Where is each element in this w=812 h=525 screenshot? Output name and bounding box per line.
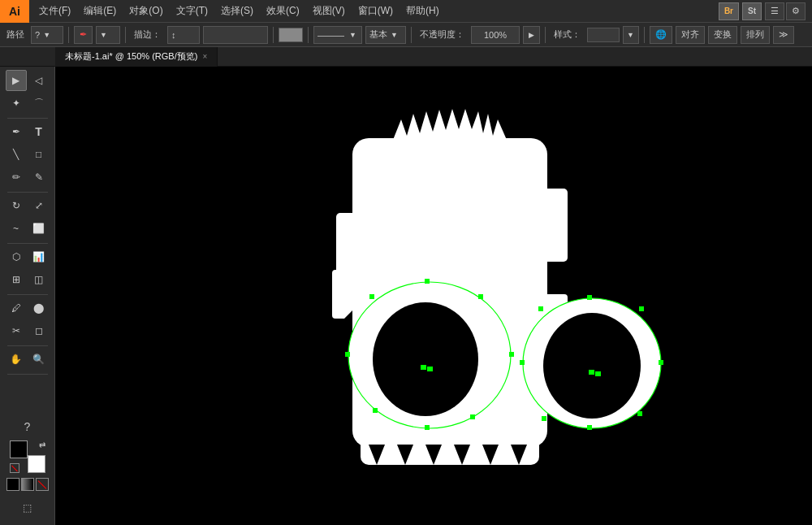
more-btn[interactable]: ≫ (773, 26, 794, 44)
tab-close-btn[interactable]: × (202, 52, 207, 61)
line-type-dropdown[interactable]: 基本 ▼ (365, 26, 406, 44)
tab-title: 未标题-1.ai* @ 150% (RGB/预览) (65, 50, 197, 63)
swap-icon[interactable]: ⇄ (39, 440, 45, 449)
align-btn[interactable]: 对齐 (676, 26, 705, 44)
scissors-tool[interactable]: ✂ (6, 320, 27, 341)
options-toolbar: 路径 ?▼ ✒ ▼ 描边： ↕ ———▼ 基本 ▼ 不透明度： 100% ▶ 样… (0, 23, 812, 47)
svg-rect-30 (478, 294, 483, 299)
stroke-type-dropdown[interactable] (203, 26, 268, 44)
question-tool[interactable]: ? (17, 416, 38, 437)
pencil-tool[interactable]: ✎ (28, 167, 50, 188)
fill-color-swatch[interactable] (279, 28, 303, 42)
direct-select-tool[interactable]: ◁ (28, 70, 50, 91)
path-type-dropdown[interactable]: ?▼ (31, 26, 63, 44)
svg-rect-33 (470, 414, 475, 419)
sep2 (125, 27, 126, 43)
stock-btn[interactable]: St (742, 2, 762, 20)
warp-tool[interactable]: ~ (6, 218, 27, 239)
free-transform-tool[interactable]: ⬜ (28, 218, 50, 239)
sep4 (308, 27, 309, 43)
gradient-mode[interactable] (21, 478, 34, 491)
rect-tool[interactable]: □ (28, 144, 50, 165)
web-icon-btn[interactable]: 🌐 (650, 26, 672, 44)
canvas-area[interactable] (55, 67, 812, 525)
menu-view[interactable]: 视图(V) (306, 0, 352, 23)
menu-help[interactable]: 帮助(H) (400, 0, 446, 23)
sep1 (68, 27, 69, 43)
stroke-dropdown[interactable]: ↕ (167, 26, 200, 44)
tool-row-11: ✂ ◻ (6, 320, 50, 341)
line-tool[interactable]: ╲ (6, 144, 27, 165)
bridge-btn[interactable]: Br (719, 2, 739, 20)
zoom-tool[interactable]: 🔍 (28, 349, 50, 370)
pen-options[interactable]: ▼ (96, 26, 120, 44)
tool-row-3: ✒ T (6, 121, 50, 142)
settings-btn[interactable]: ⚙ (786, 2, 806, 20)
gradient-tool[interactable]: ◫ (28, 269, 50, 290)
fill-swatch[interactable] (10, 440, 28, 458)
menu-items: 文件(F) 编辑(E) 对象(O) 文字(T) 选择(S) 效果(C) 视图(V… (29, 0, 449, 23)
sep-tools-6 (7, 374, 48, 375)
column-graph-tool[interactable]: 📊 (28, 246, 50, 267)
svg-rect-22 (589, 370, 594, 375)
svg-point-17 (373, 302, 478, 416)
none-icon[interactable] (10, 463, 19, 473)
svg-rect-28 (345, 352, 350, 357)
view-mode-btn[interactable]: ☰ (765, 2, 784, 20)
svg-rect-26 (425, 279, 430, 284)
opacity-label: 不透明度： (417, 28, 468, 41)
menu-text[interactable]: 文字(T) (170, 0, 214, 23)
sep-tools-3 (7, 243, 48, 244)
tool-row-12: ✋ 🔍 (6, 349, 50, 370)
menu-window[interactable]: 窗口(W) (352, 0, 400, 23)
svg-rect-36 (520, 360, 525, 365)
eyedropper-tool[interactable]: 🖊 (6, 297, 27, 319)
left-toolbar: ▶ ◁ ✦ ⌒ ✒ T ╲ □ ✏ ✎ ↻ ⤢ ~ ⬜ ⬡ (0, 67, 55, 525)
menu-object[interactable]: 对象(O) (123, 0, 169, 23)
svg-rect-31 (369, 294, 374, 299)
top-right-icons: Br St ☰ ⚙ (719, 2, 812, 20)
svg-rect-32 (373, 408, 378, 413)
transform-btn[interactable]: 变换 (708, 26, 737, 44)
artboard-tool[interactable]: ⬚ (17, 497, 38, 518)
sep-tools-1 (7, 118, 48, 119)
style-dropdown[interactable]: ▼ (623, 26, 639, 44)
menu-effect[interactable]: 效果(C) (260, 0, 306, 23)
svg-rect-19 (427, 367, 433, 371)
stroke-swatch[interactable] (28, 455, 45, 473)
style-swatch[interactable] (587, 28, 620, 42)
svg-rect-40 (542, 416, 546, 421)
type-tool[interactable]: T (28, 121, 50, 142)
menu-file[interactable]: 文件(F) (32, 0, 77, 23)
sep5 (411, 27, 412, 43)
paintbrush-tool[interactable]: ✏ (6, 167, 27, 188)
mesh-tool[interactable]: ⊞ (6, 269, 27, 290)
solid-mode[interactable] (6, 478, 19, 491)
pen-tool-btn[interactable]: ✒ (74, 26, 93, 44)
magic-wand-tool[interactable]: ✦ (6, 93, 27, 114)
arrange-btn[interactable]: 排列 (741, 26, 770, 44)
line-type-label: 基本 (369, 28, 387, 41)
svg-rect-3 (332, 270, 356, 319)
eraser-tool[interactable]: ◻ (28, 320, 50, 341)
hand-tool[interactable]: ✋ (6, 349, 27, 370)
none-mode[interactable] (36, 478, 49, 491)
blend-tool[interactable]: ⬤ (28, 297, 50, 319)
tab-bar: 未标题-1.ai* @ 150% (RGB/预览) × (0, 47, 812, 67)
symbol-tool[interactable]: ⬡ (6, 246, 27, 267)
pen-tool[interactable]: ✒ (6, 121, 27, 142)
scale-tool[interactable]: ⤢ (28, 195, 50, 216)
line-style-dropdown[interactable]: ———▼ (313, 26, 362, 44)
svg-point-21 (543, 313, 641, 419)
menu-select[interactable]: 选择(S) (214, 0, 260, 23)
opacity-input[interactable]: 100% (471, 26, 520, 44)
menu-edit[interactable]: 编辑(E) (77, 0, 123, 23)
lasso-tool[interactable]: ⌒ (28, 93, 50, 114)
rotate-tool[interactable]: ↻ (6, 195, 27, 216)
select-tool[interactable]: ▶ (6, 70, 27, 91)
document-tab[interactable]: 未标题-1.ai* @ 150% (RGB/预览) × (55, 47, 218, 67)
opacity-arrow[interactable]: ▶ (523, 26, 540, 44)
tool-row-6: ↻ ⤢ (6, 195, 50, 216)
tool-row-9: ⊞ ◫ (6, 269, 50, 290)
tool-row-4: ╲ □ (6, 144, 50, 165)
